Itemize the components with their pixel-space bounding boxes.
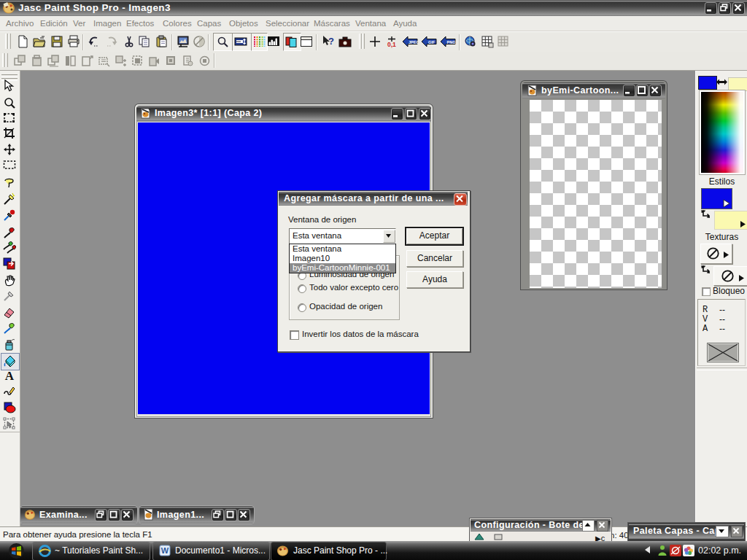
svg-text:0,1: 0,1 bbox=[387, 41, 396, 48]
svg-text:W: W bbox=[161, 546, 169, 555]
svg-text:JPEG: JPEG bbox=[409, 40, 418, 44]
svg-text:A: A bbox=[5, 369, 15, 382]
svg-text:GIF: GIF bbox=[428, 40, 436, 44]
svg-text:?: ? bbox=[328, 36, 334, 47]
svg-text:PNG: PNG bbox=[447, 40, 456, 44]
